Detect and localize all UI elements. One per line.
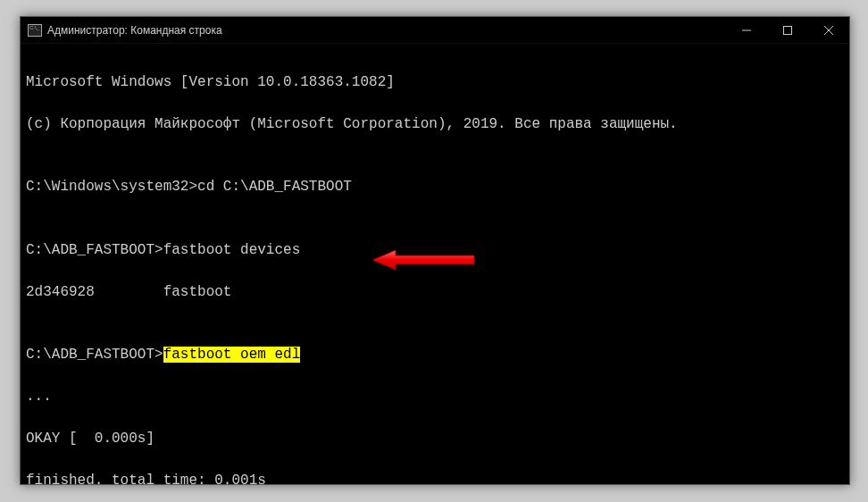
cmd-window: Администратор: Командная строка Microsof… [20,16,850,485]
output-line: ... [26,387,844,408]
command-line: C:\ADB_FASTBOOT>fastboot oem edl [26,345,844,366]
command: cd C:\ADB_FASTBOOT [197,179,352,195]
output-line: OKAY [ 0.000s] [26,429,844,450]
prompt: C:\ADB_FASTBOOT> [26,242,163,258]
output-line: 2d346928 fastboot [26,282,844,304]
terminal-output[interactable]: Microsoft Windows [Version 10.0.18363.10… [21,44,849,502]
window-controls [726,17,849,43]
close-button[interactable] [808,17,849,43]
minimize-button[interactable] [726,17,767,43]
svg-rect-1 [784,26,792,34]
command-line: C:\Windows\system32>cd C:\ADB_FASTBOOT [26,177,844,198]
command: fastboot devices [163,242,301,258]
titlebar[interactable]: Администратор: Командная строка [21,17,849,44]
output-line: Microsoft Windows [Version 10.0.18363.10… [26,72,844,94]
highlighted-command: fastboot oem edl [163,347,301,363]
output-line: finished. total time: 0.001s [26,471,844,492]
cmd-icon [28,24,42,37]
maximize-button[interactable] [767,17,808,43]
command-line: C:\ADB_FASTBOOT>fastboot devices [26,240,844,262]
window-title: Администратор: Командная строка [47,24,726,37]
prompt: C:\ADB_FASTBOOT> [26,347,163,363]
output-line: (c) Корпорация Майкрософт (Microsoft Cor… [26,114,844,136]
prompt: C:\Windows\system32> [26,179,197,195]
